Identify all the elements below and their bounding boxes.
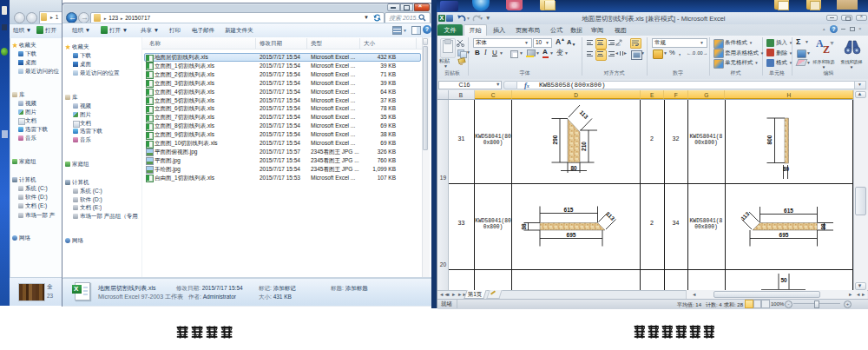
svg-text:ab: ab (615, 42, 621, 47)
